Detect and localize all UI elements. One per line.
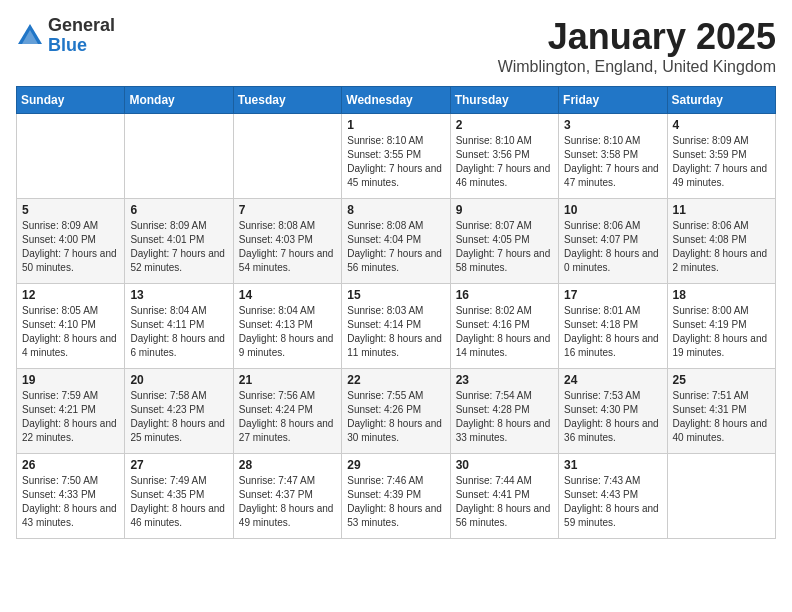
day-detail: Sunrise: 7:59 AM Sunset: 4:21 PM Dayligh…	[22, 389, 119, 445]
weekday-header-friday: Friday	[559, 87, 667, 114]
calendar-cell: 4Sunrise: 8:09 AM Sunset: 3:59 PM Daylig…	[667, 114, 775, 199]
day-detail: Sunrise: 7:55 AM Sunset: 4:26 PM Dayligh…	[347, 389, 444, 445]
weekday-header-wednesday: Wednesday	[342, 87, 450, 114]
calendar-cell: 17Sunrise: 8:01 AM Sunset: 4:18 PM Dayli…	[559, 284, 667, 369]
title-location: Wimblington, England, United Kingdom	[498, 58, 776, 76]
day-detail: Sunrise: 8:08 AM Sunset: 4:03 PM Dayligh…	[239, 219, 336, 275]
day-detail: Sunrise: 7:54 AM Sunset: 4:28 PM Dayligh…	[456, 389, 553, 445]
calendar-cell: 5Sunrise: 8:09 AM Sunset: 4:00 PM Daylig…	[17, 199, 125, 284]
day-detail: Sunrise: 8:00 AM Sunset: 4:19 PM Dayligh…	[673, 304, 770, 360]
day-number: 18	[673, 288, 770, 302]
day-detail: Sunrise: 8:09 AM Sunset: 3:59 PM Dayligh…	[673, 134, 770, 190]
calendar-cell: 10Sunrise: 8:06 AM Sunset: 4:07 PM Dayli…	[559, 199, 667, 284]
day-detail: Sunrise: 8:10 AM Sunset: 3:58 PM Dayligh…	[564, 134, 661, 190]
calendar-cell: 2Sunrise: 8:10 AM Sunset: 3:56 PM Daylig…	[450, 114, 558, 199]
day-number: 23	[456, 373, 553, 387]
calendar-cell: 27Sunrise: 7:49 AM Sunset: 4:35 PM Dayli…	[125, 454, 233, 539]
calendar-cell: 25Sunrise: 7:51 AM Sunset: 4:31 PM Dayli…	[667, 369, 775, 454]
day-number: 26	[22, 458, 119, 472]
day-detail: Sunrise: 7:53 AM Sunset: 4:30 PM Dayligh…	[564, 389, 661, 445]
calendar-cell: 9Sunrise: 8:07 AM Sunset: 4:05 PM Daylig…	[450, 199, 558, 284]
day-detail: Sunrise: 8:06 AM Sunset: 4:08 PM Dayligh…	[673, 219, 770, 275]
weekday-header-monday: Monday	[125, 87, 233, 114]
day-number: 4	[673, 118, 770, 132]
day-detail: Sunrise: 8:10 AM Sunset: 3:56 PM Dayligh…	[456, 134, 553, 190]
calendar-cell: 8Sunrise: 8:08 AM Sunset: 4:04 PM Daylig…	[342, 199, 450, 284]
day-number: 31	[564, 458, 661, 472]
weekday-header-row: SundayMondayTuesdayWednesdayThursdayFrid…	[17, 87, 776, 114]
day-number: 16	[456, 288, 553, 302]
day-number: 2	[456, 118, 553, 132]
page-header: General Blue January 2025 Wimblington, E…	[16, 16, 776, 76]
calendar-cell: 7Sunrise: 8:08 AM Sunset: 4:03 PM Daylig…	[233, 199, 341, 284]
day-number: 21	[239, 373, 336, 387]
day-detail: Sunrise: 7:51 AM Sunset: 4:31 PM Dayligh…	[673, 389, 770, 445]
day-number: 22	[347, 373, 444, 387]
calendar-cell: 26Sunrise: 7:50 AM Sunset: 4:33 PM Dayli…	[17, 454, 125, 539]
day-detail: Sunrise: 8:10 AM Sunset: 3:55 PM Dayligh…	[347, 134, 444, 190]
calendar-week-5: 26Sunrise: 7:50 AM Sunset: 4:33 PM Dayli…	[17, 454, 776, 539]
day-detail: Sunrise: 8:06 AM Sunset: 4:07 PM Dayligh…	[564, 219, 661, 275]
day-detail: Sunrise: 7:44 AM Sunset: 4:41 PM Dayligh…	[456, 474, 553, 530]
day-detail: Sunrise: 8:07 AM Sunset: 4:05 PM Dayligh…	[456, 219, 553, 275]
day-number: 5	[22, 203, 119, 217]
calendar-cell: 13Sunrise: 8:04 AM Sunset: 4:11 PM Dayli…	[125, 284, 233, 369]
calendar-cell: 24Sunrise: 7:53 AM Sunset: 4:30 PM Dayli…	[559, 369, 667, 454]
day-number: 29	[347, 458, 444, 472]
calendar-week-3: 12Sunrise: 8:05 AM Sunset: 4:10 PM Dayli…	[17, 284, 776, 369]
logo: General Blue	[16, 16, 115, 56]
calendar-week-4: 19Sunrise: 7:59 AM Sunset: 4:21 PM Dayli…	[17, 369, 776, 454]
day-number: 12	[22, 288, 119, 302]
day-number: 20	[130, 373, 227, 387]
day-detail: Sunrise: 7:58 AM Sunset: 4:23 PM Dayligh…	[130, 389, 227, 445]
day-number: 24	[564, 373, 661, 387]
day-detail: Sunrise: 8:08 AM Sunset: 4:04 PM Dayligh…	[347, 219, 444, 275]
day-detail: Sunrise: 7:50 AM Sunset: 4:33 PM Dayligh…	[22, 474, 119, 530]
day-detail: Sunrise: 8:05 AM Sunset: 4:10 PM Dayligh…	[22, 304, 119, 360]
title-month: January 2025	[498, 16, 776, 58]
calendar-cell: 20Sunrise: 7:58 AM Sunset: 4:23 PM Dayli…	[125, 369, 233, 454]
day-number: 11	[673, 203, 770, 217]
weekday-header-tuesday: Tuesday	[233, 87, 341, 114]
calendar-cell: 18Sunrise: 8:00 AM Sunset: 4:19 PM Dayli…	[667, 284, 775, 369]
day-detail: Sunrise: 8:09 AM Sunset: 4:01 PM Dayligh…	[130, 219, 227, 275]
calendar-cell: 28Sunrise: 7:47 AM Sunset: 4:37 PM Dayli…	[233, 454, 341, 539]
day-detail: Sunrise: 8:01 AM Sunset: 4:18 PM Dayligh…	[564, 304, 661, 360]
day-number: 8	[347, 203, 444, 217]
day-detail: Sunrise: 8:03 AM Sunset: 4:14 PM Dayligh…	[347, 304, 444, 360]
day-number: 27	[130, 458, 227, 472]
title-block: January 2025 Wimblington, England, Unite…	[498, 16, 776, 76]
day-number: 6	[130, 203, 227, 217]
weekday-header-sunday: Sunday	[17, 87, 125, 114]
weekday-header-thursday: Thursday	[450, 87, 558, 114]
day-number: 1	[347, 118, 444, 132]
day-detail: Sunrise: 7:46 AM Sunset: 4:39 PM Dayligh…	[347, 474, 444, 530]
day-number: 10	[564, 203, 661, 217]
calendar-cell: 23Sunrise: 7:54 AM Sunset: 4:28 PM Dayli…	[450, 369, 558, 454]
weekday-header-saturday: Saturday	[667, 87, 775, 114]
logo-text: General Blue	[48, 16, 115, 56]
day-detail: Sunrise: 7:49 AM Sunset: 4:35 PM Dayligh…	[130, 474, 227, 530]
day-number: 13	[130, 288, 227, 302]
day-detail: Sunrise: 8:09 AM Sunset: 4:00 PM Dayligh…	[22, 219, 119, 275]
calendar-cell: 3Sunrise: 8:10 AM Sunset: 3:58 PM Daylig…	[559, 114, 667, 199]
calendar-cell: 16Sunrise: 8:02 AM Sunset: 4:16 PM Dayli…	[450, 284, 558, 369]
calendar-cell: 1Sunrise: 8:10 AM Sunset: 3:55 PM Daylig…	[342, 114, 450, 199]
calendar-cell: 29Sunrise: 7:46 AM Sunset: 4:39 PM Dayli…	[342, 454, 450, 539]
day-number: 3	[564, 118, 661, 132]
calendar-cell: 22Sunrise: 7:55 AM Sunset: 4:26 PM Dayli…	[342, 369, 450, 454]
day-number: 25	[673, 373, 770, 387]
day-detail: Sunrise: 7:47 AM Sunset: 4:37 PM Dayligh…	[239, 474, 336, 530]
day-number: 28	[239, 458, 336, 472]
calendar-cell: 6Sunrise: 8:09 AM Sunset: 4:01 PM Daylig…	[125, 199, 233, 284]
calendar-cell	[125, 114, 233, 199]
calendar-week-2: 5Sunrise: 8:09 AM Sunset: 4:00 PM Daylig…	[17, 199, 776, 284]
logo-blue: Blue	[48, 36, 115, 56]
day-detail: Sunrise: 8:04 AM Sunset: 4:11 PM Dayligh…	[130, 304, 227, 360]
calendar-week-1: 1Sunrise: 8:10 AM Sunset: 3:55 PM Daylig…	[17, 114, 776, 199]
calendar-cell: 31Sunrise: 7:43 AM Sunset: 4:43 PM Dayli…	[559, 454, 667, 539]
calendar-cell	[17, 114, 125, 199]
day-number: 9	[456, 203, 553, 217]
calendar-cell: 14Sunrise: 8:04 AM Sunset: 4:13 PM Dayli…	[233, 284, 341, 369]
calendar-cell: 21Sunrise: 7:56 AM Sunset: 4:24 PM Dayli…	[233, 369, 341, 454]
